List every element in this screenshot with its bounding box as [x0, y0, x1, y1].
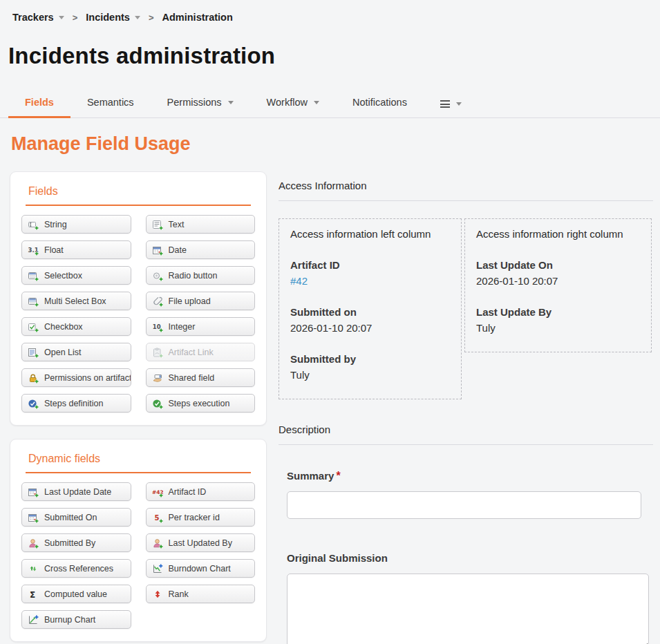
field-button-submitted-on[interactable]: Submitted On	[21, 508, 131, 527]
field-button-per-tracker-id[interactable]: 5Per tracker id	[146, 508, 256, 527]
field-button-text[interactable]: Text	[146, 215, 256, 234]
access-field-value: 2026-01-10 20:07	[476, 275, 640, 287]
field-button-label: Last Updated By	[169, 538, 232, 548]
field-button-selectbox[interactable]: Selectbox	[21, 266, 131, 285]
access-field-value: Tuly	[476, 322, 640, 334]
field-button-label: Selectbox	[44, 271, 82, 281]
tab-label: Permissions	[167, 97, 222, 108]
form-preview-column: Access Information Access information le…	[279, 171, 653, 644]
section-title: Manage Field Usage	[11, 133, 653, 155]
breadcrumb-item-incidents[interactable]: Incidents	[86, 12, 140, 23]
field-button-last-updated-by[interactable]: Last Updated By	[146, 533, 256, 552]
field-button-last-update-date[interactable]: Last Update Date	[21, 482, 131, 501]
field-button-file-upload[interactable]: File upload	[146, 292, 256, 310]
field-button-label: Artifact ID	[169, 487, 207, 497]
tab-semantics[interactable]: Semantics	[70, 88, 151, 118]
caret-down-icon	[456, 102, 462, 106]
string-icon	[28, 219, 39, 230]
tab-fields[interactable]: Fields	[8, 88, 70, 118]
field-button-date[interactable]: Date	[146, 240, 256, 259]
field-button-cross-references[interactable]: Cross References	[21, 559, 131, 578]
field-button-label: Date	[169, 245, 187, 255]
field-button-label: Cross References	[44, 564, 113, 574]
field-button-permissions-on-artifact[interactable]: Permissions on artifact	[21, 368, 131, 387]
text-icon	[152, 219, 163, 230]
access-field-submitted-on[interactable]: Submitted on2026-01-10 20:07	[290, 306, 450, 334]
field-button-burndown-chart[interactable]: Burndown Chart	[146, 559, 256, 578]
field-button-burnup-chart[interactable]: Burnup Chart	[21, 610, 131, 629]
field-button-steps-definition[interactable]: Steps definition	[21, 394, 131, 413]
svg-text:Σ: Σ	[30, 589, 35, 599]
tab-label: Fields	[25, 97, 54, 108]
field-button-label: Burnup Chart	[44, 615, 95, 625]
caret-down-icon	[59, 16, 64, 19]
field-button-label: Shared field	[169, 373, 215, 383]
artifactid-icon: #42	[152, 486, 163, 498]
breadcrumb-label: Administration	[162, 12, 233, 23]
tab-notifications[interactable]: Notifications	[336, 88, 424, 118]
crossref-icon	[28, 563, 39, 574]
field-button-rank[interactable]: Rank	[146, 585, 256, 603]
dynamic-fields-title: Dynamic fields	[26, 448, 251, 473]
tab-permissions[interactable]: Permissions	[151, 88, 250, 118]
required-asterisk: *	[336, 470, 340, 482]
field-button-label: Submitted On	[44, 513, 97, 522]
field-button-computed-value[interactable]: ΣComputed value	[21, 585, 131, 603]
stepsdef-icon	[28, 398, 39, 409]
breadcrumb-separator: >	[73, 12, 78, 23]
access-field-label: Artifact ID	[290, 259, 450, 271]
field-button-label: File upload	[169, 296, 211, 306]
access-information-heading: Access Information	[279, 180, 653, 201]
hamburger-icon	[440, 100, 450, 108]
access-field-last-update-by[interactable]: Last Update ByTuly	[476, 306, 640, 334]
burnup-icon	[28, 614, 39, 625]
field-button-label: Steps definition	[44, 399, 103, 408]
tab-more-menu[interactable]	[424, 91, 478, 118]
original-submission-textarea[interactable]	[287, 574, 649, 644]
selectbox-icon	[28, 270, 39, 281]
access-info-left-column: Access information left columnArtifact I…	[279, 218, 462, 399]
field-button-string[interactable]: String	[21, 215, 131, 234]
field-button-radio-button[interactable]: Radio button	[146, 266, 256, 285]
field-button-float[interactable]: 3.1Float	[21, 240, 131, 259]
stepsexec-icon	[152, 398, 163, 409]
float-icon: 3.1	[28, 245, 39, 256]
summary-label: Summary	[287, 470, 334, 482]
description-heading: Description	[279, 424, 653, 445]
dynamic-fields-card: Dynamic fields Last Update Date#42Artifa…	[10, 439, 267, 642]
page-title: Incidents administration	[8, 43, 660, 69]
field-button-artifact-link: Artifact Link	[146, 343, 256, 361]
caret-down-icon	[135, 16, 140, 19]
access-field-last-update-on[interactable]: Last Update On2026-01-10 20:07	[476, 259, 640, 287]
access-field-submitted-by[interactable]: Submitted byTuly	[290, 353, 450, 381]
field-button-label: Text	[169, 220, 185, 229]
field-button-label: Permissions on artifact	[44, 373, 131, 383]
access-field-value: 2026-01-10 20:07	[290, 322, 450, 334]
access-field-label: Submitted on	[290, 306, 450, 318]
summary-input[interactable]	[287, 491, 641, 519]
field-button-checkbox[interactable]: Checkbox	[21, 317, 131, 336]
field-button-label: Rank	[169, 589, 189, 599]
breadcrumb-item-administration[interactable]: Administration	[162, 12, 233, 23]
summary-field-group: Summary*	[287, 470, 653, 519]
multiselect-icon	[28, 296, 39, 307]
field-button-label: Float	[44, 245, 64, 255]
checkbox-icon	[28, 321, 39, 332]
field-button-open-list[interactable]: Open List	[21, 343, 131, 361]
fields-palette-title: Fields	[26, 181, 251, 206]
breadcrumb-item-trackers[interactable]: Trackers	[12, 12, 64, 23]
field-button-integer[interactable]: 10Integer	[146, 317, 256, 336]
tab-workflow[interactable]: Workflow	[250, 88, 336, 118]
field-button-multi-select-box[interactable]: Multi Select Box	[21, 292, 131, 310]
field-button-steps-execution[interactable]: Steps execution	[146, 394, 256, 413]
rank-icon	[152, 589, 163, 600]
svg-text:10: 10	[152, 323, 160, 330]
access-field-artifact-id[interactable]: Artifact ID#42	[290, 259, 450, 287]
breadcrumb-separator: >	[149, 12, 154, 23]
field-button-artifact-id[interactable]: #42Artifact ID	[146, 482, 256, 501]
field-button-shared-field[interactable]: Shared field	[146, 368, 256, 387]
original-submission-field-group: Original Submission	[287, 552, 653, 644]
artifact-id-link[interactable]: #42	[290, 275, 450, 287]
field-button-submitted-by[interactable]: Submitted By	[21, 533, 131, 552]
caret-down-icon	[314, 101, 319, 104]
